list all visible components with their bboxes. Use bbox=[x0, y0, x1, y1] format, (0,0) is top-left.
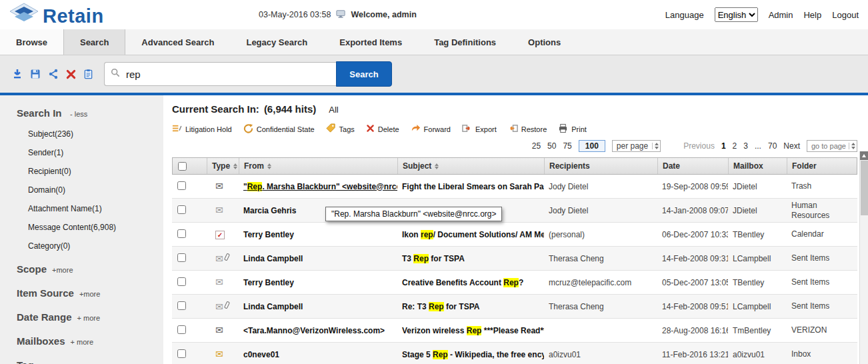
search-input[interactable] bbox=[125, 68, 318, 81]
admin-link[interactable]: Admin bbox=[769, 10, 793, 20]
row-checkbox[interactable] bbox=[177, 301, 186, 310]
page-size-50[interactable]: 50 bbox=[547, 141, 556, 151]
tab-browse[interactable]: Browse bbox=[0, 29, 63, 55]
save-search-icon[interactable] bbox=[30, 69, 41, 79]
row-checkbox[interactable] bbox=[177, 277, 186, 286]
select-all-checkbox[interactable] bbox=[178, 162, 187, 171]
search-button[interactable]: Search bbox=[336, 61, 392, 87]
share-search-icon[interactable] bbox=[48, 69, 59, 79]
column-header-from[interactable]: From bbox=[239, 158, 398, 174]
per-page-spinner[interactable] bbox=[652, 143, 659, 149]
table-row[interactable]: "Rep. Marsha Blackburn" <website@nrcc.or… bbox=[172, 175, 857, 199]
column-header-date[interactable]: Date bbox=[658, 158, 729, 174]
from-text: Marcia Gehris bbox=[243, 206, 296, 215]
row-subject-cell[interactable]: Ikon rep/ Document Solutions/ AM Meeting bbox=[397, 230, 544, 239]
tags-button[interactable]: Tags bbox=[326, 123, 355, 135]
sort-arrows-icon[interactable] bbox=[435, 163, 439, 169]
mailboxes-toggle[interactable]: + more bbox=[71, 338, 94, 346]
row-from-cell[interactable]: Terry Bentley bbox=[239, 278, 397, 287]
table-row[interactable]: <Tara.Manno@VerizonWireless.com> Verizon… bbox=[172, 319, 857, 343]
sort-arrows-icon[interactable] bbox=[233, 163, 237, 169]
print-button[interactable]: Print bbox=[558, 123, 587, 135]
row-subject-cell[interactable]: Stage 5 Rep - Wikipedia, the free encycl bbox=[397, 350, 544, 359]
scope-toggle[interactable]: +more bbox=[52, 266, 73, 274]
search-in-toggle[interactable]: - less bbox=[70, 110, 87, 118]
row-from-cell[interactable]: Linda Campbell bbox=[239, 302, 397, 311]
row-subject-cell[interactable]: T3 Rep for TSPA bbox=[397, 254, 544, 263]
page-size-100-selected[interactable]: 100 bbox=[579, 140, 605, 152]
row-checkbox[interactable] bbox=[177, 325, 186, 334]
search-in-item-category[interactable]: Category(0) bbox=[28, 239, 158, 253]
litigation-hold-button[interactable]: Litigation Hold bbox=[172, 123, 232, 135]
tab-advanced-search[interactable]: Advanced Search bbox=[125, 29, 230, 55]
previous-page-link[interactable]: Previous bbox=[683, 141, 715, 151]
search-in-item-sender[interactable]: Sender(1) bbox=[28, 146, 158, 160]
page-link-1[interactable]: 1 bbox=[721, 141, 726, 151]
row-checkbox[interactable] bbox=[177, 349, 186, 358]
next-page-link[interactable]: Next bbox=[783, 141, 800, 151]
delete-button[interactable]: Delete bbox=[366, 124, 399, 134]
language-select[interactable]: English bbox=[715, 7, 758, 22]
row-from-cell[interactable]: Linda Campbell bbox=[239, 254, 397, 263]
goto-page-input[interactable] bbox=[809, 141, 847, 151]
logout-link[interactable]: Logout bbox=[832, 10, 859, 20]
tab-tag-definitions[interactable]: Tag Definitions bbox=[418, 29, 512, 55]
search-in-item-subject[interactable]: Subject(236) bbox=[28, 127, 158, 141]
row-checkbox[interactable] bbox=[177, 253, 186, 262]
row-from-cell[interactable]: "Rep. Marsha Blackburn" <website@nrcc.or bbox=[239, 182, 397, 191]
table-row[interactable]: Terry Bentley Creative Benefits Account … bbox=[172, 271, 857, 295]
export-button[interactable]: Export bbox=[462, 123, 497, 135]
mail-open-attachment-icon bbox=[215, 253, 229, 263]
table-row[interactable]: c0neve01 Stage 5 Rep - Wikipedia, the fr… bbox=[172, 343, 857, 364]
row-from-cell[interactable]: Terry Bentley bbox=[239, 230, 397, 239]
row-subject-cell[interactable]: Creative Benefits Account Rep? bbox=[397, 278, 544, 287]
column-header-folder[interactable]: Folder bbox=[787, 158, 857, 174]
saved-searches-icon[interactable] bbox=[83, 69, 93, 79]
table-row[interactable]: Linda Campbell T3 Rep for TSPA Therasa C… bbox=[172, 247, 857, 271]
row-subject-cell[interactable]: Fight the Liberal Smears on Sarah Palin bbox=[397, 182, 544, 191]
forward-button[interactable]: Forward bbox=[411, 123, 451, 135]
table-row[interactable]: Terry Bentley Ikon rep/ Document Solutio… bbox=[172, 223, 857, 247]
vertical-scrollbar[interactable] bbox=[859, 151, 868, 364]
table-row[interactable]: Linda Campbell Re: T3 Rep for TSPA Thera… bbox=[172, 295, 857, 319]
row-checkbox[interactable] bbox=[177, 205, 186, 214]
page-link-3[interactable]: 3 bbox=[743, 141, 748, 151]
column-header-mailbox[interactable]: Mailbox bbox=[729, 158, 787, 174]
tab-exported-items[interactable]: Exported Items bbox=[323, 29, 418, 55]
item-source-toggle[interactable]: +more bbox=[79, 290, 101, 298]
page-size-25[interactable]: 25 bbox=[532, 141, 541, 151]
search-in-item-message-content[interactable]: Message Content(6,908) bbox=[28, 221, 158, 235]
page-link-70[interactable]: 70 bbox=[768, 141, 777, 151]
confidential-state-button[interactable]: Confidential State bbox=[243, 123, 315, 135]
page-link-2[interactable]: 2 bbox=[733, 141, 737, 151]
column-header-subject[interactable]: Subject bbox=[398, 158, 545, 174]
search-in-item-recipient[interactable]: Recipient(0) bbox=[28, 165, 158, 179]
search-in-item-attachment-name[interactable]: Attachment Name(1) bbox=[28, 202, 158, 216]
per-page-select[interactable]: per page bbox=[612, 140, 661, 152]
sort-arrows-icon[interactable] bbox=[267, 163, 271, 169]
row-from-cell[interactable]: <Tara.Manno@VerizonWireless.com> bbox=[239, 326, 397, 335]
row-from-cell[interactable]: c0neve01 bbox=[239, 350, 397, 359]
retain-logo[interactable]: Retain bbox=[9, 3, 104, 29]
scroll-up-button[interactable] bbox=[860, 151, 868, 160]
row-subject-cell[interactable]: Verizon wireless Rep ***Please Read*** bbox=[397, 326, 544, 335]
tab-search[interactable]: Search bbox=[63, 29, 125, 55]
column-header-type[interactable]: Type bbox=[207, 158, 239, 174]
row-checkbox[interactable] bbox=[177, 229, 186, 238]
help-link[interactable]: Help bbox=[803, 10, 821, 20]
date-range-toggle[interactable]: + more bbox=[77, 314, 101, 322]
scrollbar-thumb[interactable] bbox=[861, 161, 868, 215]
row-subject-cell[interactable]: Re: T3 Rep for TSPA bbox=[397, 302, 544, 311]
table-row[interactable]: Marcia Gehris Jody Dietel 14-Jan-2008 09… bbox=[172, 199, 857, 223]
goto-page-spinner[interactable] bbox=[849, 143, 855, 149]
tab-options[interactable]: Options bbox=[512, 29, 577, 55]
delete-search-icon[interactable] bbox=[66, 69, 76, 79]
tab-legacy-search[interactable]: Legacy Search bbox=[230, 29, 323, 55]
column-header-recipients[interactable]: Recipients bbox=[545, 158, 658, 174]
search-in-item-domain[interactable]: Domain(0) bbox=[28, 183, 158, 197]
subject-text: - Wikipedia, the free encycl bbox=[448, 350, 544, 359]
restore-button[interactable]: Restore bbox=[508, 123, 547, 135]
row-checkbox[interactable] bbox=[177, 181, 186, 190]
load-search-icon[interactable] bbox=[12, 69, 23, 79]
page-size-75[interactable]: 75 bbox=[563, 141, 571, 151]
